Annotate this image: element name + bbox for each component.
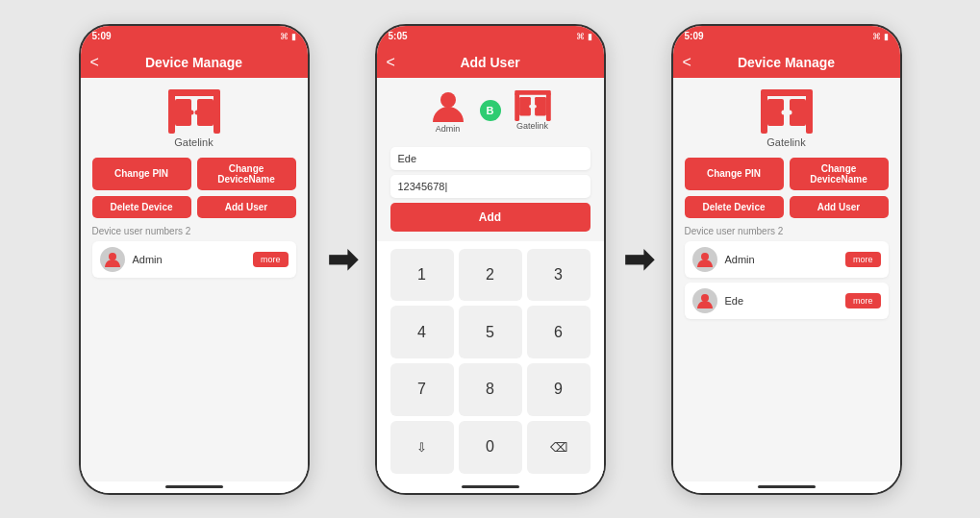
svg-rect-0 xyxy=(168,93,175,134)
home-bar-2 xyxy=(462,485,519,488)
app-header-2: < Add User xyxy=(377,47,604,78)
key-backspace[interactable]: ⌫ xyxy=(527,421,591,474)
admin-avatar: Admin xyxy=(430,87,466,134)
section-label-3: Device user numbers 2 xyxy=(685,226,889,236)
key-4[interactable]: 4 xyxy=(390,306,454,358)
add-user-body: Admin B Gatelink xyxy=(377,78,604,481)
status-icons-1: ⌘ ▮ xyxy=(280,32,296,41)
key-3[interactable]: 3 xyxy=(527,249,591,302)
backspace-icon: ⌫ xyxy=(550,440,567,455)
svg-rect-13 xyxy=(535,96,546,114)
svg-point-6 xyxy=(194,110,199,114)
arrow-icon-1: ➡ xyxy=(327,241,358,278)
change-device-name-btn-1[interactable]: Change DeviceName xyxy=(197,158,296,190)
device-name-1: Gatelink xyxy=(174,136,213,148)
phone-body-1: Gatelink Change PIN Change DeviceName De… xyxy=(81,78,308,481)
time-3: 5:09 xyxy=(685,31,704,41)
change-pin-btn-3[interactable]: Change PIN xyxy=(685,158,784,190)
key-5[interactable]: 5 xyxy=(459,306,522,358)
gatelink-label-2: Gatelink xyxy=(516,121,548,131)
home-bar-3 xyxy=(758,485,816,488)
svg-rect-1 xyxy=(214,93,220,134)
wifi-icon-2: ⌘ xyxy=(576,32,585,41)
home-indicator-1 xyxy=(81,481,308,493)
key-2[interactable]: 2 xyxy=(459,249,522,302)
user-avatar-1 xyxy=(100,247,125,272)
svg-rect-2 xyxy=(168,89,220,96)
battery-icon-2: ▮ xyxy=(588,32,592,41)
person-icon-1 xyxy=(104,251,121,268)
svg-point-14 xyxy=(529,104,532,107)
back-arrow-3[interactable]: < xyxy=(683,54,691,71)
phone-body-3: Gatelink Change PIN Change DeviceName De… xyxy=(673,78,900,481)
battery-icon-3: ▮ xyxy=(884,32,889,41)
home-bar-1 xyxy=(165,485,223,488)
header-title-3: Device Manage xyxy=(738,55,835,70)
device-name-3: Gatelink xyxy=(766,136,805,148)
svg-rect-16 xyxy=(761,93,767,134)
key-1[interactable]: 1 xyxy=(390,249,454,302)
delete-device-btn-1[interactable]: Delete Device xyxy=(92,196,191,218)
user-name-3-admin: Admin xyxy=(725,254,845,265)
key-6[interactable]: 6 xyxy=(527,306,591,358)
svg-rect-20 xyxy=(790,99,806,126)
change-pin-btn-1[interactable]: Change PIN xyxy=(92,158,191,190)
user-item-3-admin: Admin more xyxy=(685,241,889,278)
svg-rect-9 xyxy=(515,92,519,120)
change-device-name-btn-3[interactable]: Change DeviceName xyxy=(790,158,889,190)
svg-rect-11 xyxy=(515,90,551,95)
key-7[interactable]: 7 xyxy=(390,363,454,416)
user-name-3-ede: Ede xyxy=(725,295,845,307)
app-header-1: < Device Manage xyxy=(81,47,308,78)
section-label-1: Device user numbers 2 xyxy=(92,226,296,236)
name-input[interactable] xyxy=(390,147,591,170)
svg-rect-12 xyxy=(519,96,531,114)
btn-row-3b: Delete Device Add User xyxy=(685,196,889,218)
gate-icon-2 xyxy=(515,90,551,121)
more-btn-3-ede[interactable]: more xyxy=(845,293,881,308)
add-user-btn-1[interactable]: Add User xyxy=(197,196,296,218)
dismiss-icon: ⇩ xyxy=(416,440,427,455)
gatelink-avatar: Gatelink xyxy=(515,90,551,131)
delete-device-btn-3[interactable]: Delete Device xyxy=(685,196,784,218)
svg-rect-4 xyxy=(197,99,214,126)
svg-point-21 xyxy=(781,110,786,114)
svg-point-5 xyxy=(188,110,193,114)
phone-2: 5:05 ⌘ ▮ < Add User Admin B xyxy=(375,24,606,495)
user-avatar-3b xyxy=(692,288,717,313)
svg-rect-10 xyxy=(545,92,550,120)
time-2: 5:05 xyxy=(389,31,408,41)
keypad: 1 2 3 4 5 6 7 8 9 ⇩ 0 ⌫ xyxy=(377,241,604,481)
device-icon-section-1: Gatelink xyxy=(92,89,296,148)
app-header-3: < Device Manage xyxy=(673,47,900,78)
svg-point-15 xyxy=(533,104,536,107)
add-user-top: Admin B Gatelink xyxy=(377,78,604,139)
add-user-form: Add xyxy=(377,139,604,241)
key-dismiss[interactable]: ⇩ xyxy=(390,421,454,474)
add-button[interactable]: Add xyxy=(390,203,591,232)
svg-rect-3 xyxy=(175,99,191,126)
key-9[interactable]: 9 xyxy=(527,363,591,416)
more-btn-1-admin[interactable]: more xyxy=(253,252,289,267)
svg-rect-19 xyxy=(767,99,784,126)
pin-input[interactable] xyxy=(390,175,591,198)
key-0[interactable]: 0 xyxy=(459,421,522,474)
more-btn-3-admin[interactable]: more xyxy=(845,252,881,267)
arrow-icon-2: ➡ xyxy=(623,241,654,278)
add-user-btn-3[interactable]: Add User xyxy=(790,196,889,218)
status-icons-3: ⌘ ▮ xyxy=(872,32,889,41)
back-arrow-1[interactable]: < xyxy=(90,54,99,71)
svg-rect-17 xyxy=(806,93,813,134)
back-arrow-2[interactable]: < xyxy=(387,54,395,71)
btn-row-3a: Change PIN Change DeviceName xyxy=(685,158,889,190)
device-icon-section-3: Gatelink xyxy=(685,89,889,148)
svg-point-24 xyxy=(701,294,709,302)
key-8[interactable]: 8 xyxy=(459,363,522,416)
user-item-3-ede: Ede more xyxy=(685,283,889,319)
person-icon-3b xyxy=(696,292,714,309)
wifi-icon: ⌘ xyxy=(280,32,289,41)
arrow-1: ➡ xyxy=(327,241,358,278)
user-item-1-admin: Admin more xyxy=(92,241,296,278)
status-bar-1: 5:09 ⌘ ▮ xyxy=(81,26,308,47)
status-bar-2: 5:05 ⌘ ▮ xyxy=(377,26,604,47)
